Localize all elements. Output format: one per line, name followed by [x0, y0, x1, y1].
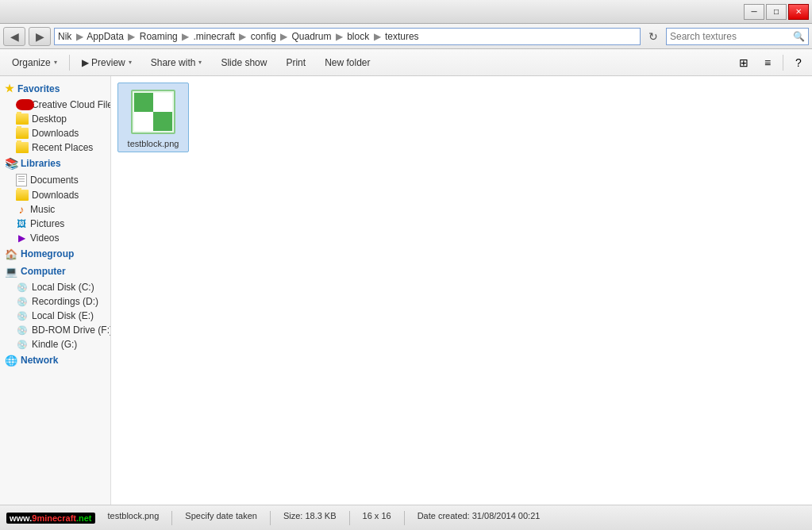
network-icon: 🌐 [5, 355, 17, 366]
computer-label: Computer [21, 266, 66, 277]
share-button[interactable]: Share with ▾ [142, 52, 211, 73]
sidebar-item-label: Desktop [32, 113, 67, 125]
png-preview [134, 93, 172, 131]
sidebar-item-local-e[interactable]: 💿 Local Disk (E:) [0, 309, 110, 323]
homegroup-icon: 🏠 [5, 248, 17, 259]
watermark: www.9minecraft.net [6, 513, 95, 524]
back-icon: ◀ [10, 30, 19, 43]
sidebar-item-downloads-lib[interactable]: Downloads [0, 188, 110, 202]
music-icon: ♪ [16, 204, 27, 215]
title-bar: ─ □ ✕ [0, 0, 812, 24]
sidebar-item-downloads-fav[interactable]: Downloads [0, 126, 110, 140]
videos-icon: ▶ [16, 232, 27, 244]
organize-label: Organize [12, 57, 51, 68]
forward-button[interactable]: ▶ [29, 27, 51, 46]
sidebar-item-pictures[interactable]: 🖼 Pictures [0, 217, 110, 231]
minimize-button[interactable]: ─ [744, 4, 764, 20]
forward-icon: ▶ [36, 30, 44, 43]
svg-rect-3 [153, 112, 172, 131]
sidebar-item-label: Recordings (D:) [32, 296, 98, 307]
sidebar-section-favorites[interactable]: ★ Favorites [0, 79, 110, 98]
preview-arrow: ▾ [129, 59, 132, 66]
sidebar-item-label: Local Disk (C:) [32, 282, 94, 293]
sidebar-item-label: Videos [30, 232, 59, 244]
disk-icon: 💿 [16, 325, 29, 336]
libraries-label: Libraries [21, 158, 61, 169]
sidebar-item-music[interactable]: ♪ Music [0, 202, 110, 217]
disk-icon: 💿 [16, 296, 29, 307]
file-name: testblock.png [128, 139, 179, 148]
status-info: testblock.png Specify date taken Size: 1… [108, 511, 541, 525]
sidebar-section-homegroup[interactable]: 🏠 Homegroup [0, 245, 110, 263]
cc-icon [16, 99, 29, 110]
close-button[interactable]: ✕ [788, 4, 809, 20]
sidebar-item-documents[interactable]: Documents [0, 172, 110, 188]
sidebar-item-label: BD-ROM Drive (F:) 2 [32, 325, 110, 336]
folder-icon [16, 113, 29, 125]
print-button[interactable]: Print [277, 52, 314, 73]
main-area: ★ Favorites Creative Cloud Files Desktop… [0, 76, 812, 505]
sidebar-section-computer[interactable]: 💻 Computer [0, 263, 110, 280]
details-button[interactable]: ≡ [757, 54, 778, 71]
disk-icon: 💿 [16, 310, 29, 321]
status-sep2 [270, 511, 271, 525]
print-label: Print [286, 57, 306, 68]
organize-arrow: ▾ [54, 59, 57, 66]
address-path[interactable]: Nik ▶ AppData ▶ Roaming ▶ .minecraft ▶ c… [54, 28, 641, 45]
sidebar-item-label: Kindle (G:) [32, 339, 77, 350]
sidebar-item-bdrom-f[interactable]: 💿 BD-ROM Drive (F:) 2 [0, 323, 110, 337]
search-box: 🔍 [666, 28, 809, 45]
share-arrow: ▾ [198, 59, 202, 66]
address-bar: ◀ ▶ Nik ▶ AppData ▶ Roaming ▶ .minecraft… [0, 24, 812, 49]
status-filename: testblock.png [108, 511, 160, 525]
toolbar: Organize ▾ ▶ Preview ▾ Share with ▾ Slid… [0, 49, 812, 76]
status-sep3 [349, 511, 350, 525]
help-button[interactable]: ? [788, 54, 809, 71]
folder-icon [16, 190, 29, 201]
breadcrumb: Nik ▶ AppData ▶ Roaming ▶ .minecraft ▶ c… [58, 31, 419, 42]
new-folder-label: New folder [325, 57, 370, 68]
new-folder-button[interactable]: New folder [316, 52, 379, 73]
search-input[interactable] [670, 31, 790, 42]
sidebar-item-recordings-d[interactable]: 💿 Recordings (D:) [0, 294, 110, 309]
sidebar-item-label: Downloads [32, 190, 79, 201]
disk-icon: 💿 [16, 282, 29, 293]
slideshow-button[interactable]: Slide show [212, 52, 275, 73]
status-date-created-value: 31/08/2014 00:21 [472, 511, 541, 520]
refresh-button[interactable]: ↻ [644, 27, 663, 46]
pictures-icon: 🖼 [16, 218, 27, 229]
file-item-testblock[interactable]: testblock.png [117, 83, 189, 152]
status-sep1 [171, 511, 172, 525]
maximize-button[interactable]: □ [766, 4, 787, 20]
docs-icon [16, 174, 27, 186]
sidebar-section-libraries[interactable]: 📚 Libraries [0, 155, 110, 172]
share-label: Share with [151, 57, 196, 68]
toolbar-sep-right [783, 55, 783, 71]
search-icon: 🔍 [793, 31, 805, 42]
sidebar-item-local-c[interactable]: 💿 Local Disk (C:) [0, 280, 110, 294]
sidebar-section-network[interactable]: 🌐 Network [0, 351, 110, 369]
svg-rect-1 [153, 93, 172, 112]
favorites-label: Favorites [17, 83, 60, 94]
png-icon [131, 90, 175, 134]
sidebar-item-creative-cloud[interactable]: Creative Cloud Files [0, 98, 110, 112]
status-size-value: 18.3 KB [305, 511, 336, 520]
sidebar: ★ Favorites Creative Cloud Files Desktop… [0, 76, 111, 505]
toolbar-separator [69, 55, 70, 71]
file-area[interactable]: testblock.png [111, 76, 812, 505]
sidebar-item-kindle-g[interactable]: 💿 Kindle (G:) [0, 337, 110, 351]
organize-button[interactable]: Organize ▾ [3, 52, 66, 73]
sidebar-item-videos[interactable]: ▶ Videos [0, 231, 110, 245]
sidebar-item-desktop[interactable]: Desktop [0, 112, 110, 126]
view-button[interactable]: ⊞ [733, 54, 754, 71]
favorites-icon: ★ [5, 83, 14, 94]
toolbar-right: ⊞ ≡ ? [733, 54, 809, 71]
sidebar-item-recent-places[interactable]: Recent Places [0, 140, 110, 155]
sidebar-item-label: Pictures [30, 218, 64, 229]
sidebar-item-label: Recent Places [32, 142, 93, 153]
sidebar-item-label: Music [30, 204, 55, 215]
status-sep4 [404, 511, 405, 525]
preview-button[interactable]: ▶ Preview ▾ [73, 52, 140, 73]
back-button[interactable]: ◀ [3, 27, 25, 46]
slideshow-label: Slide show [221, 57, 267, 68]
